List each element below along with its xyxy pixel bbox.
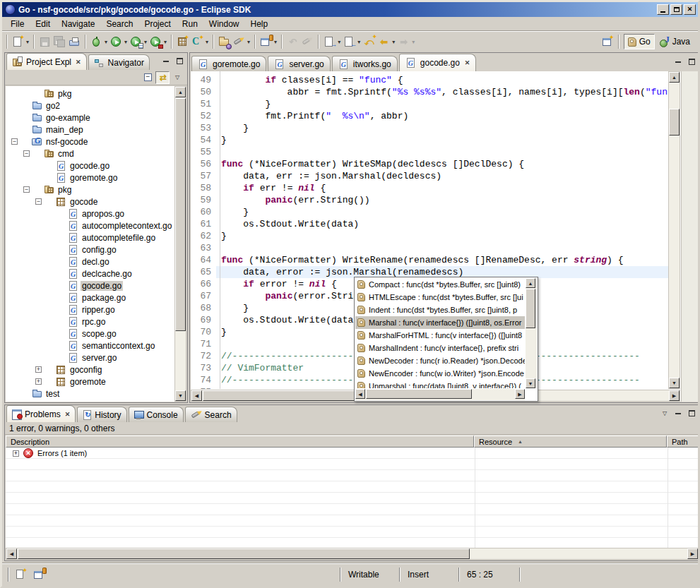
scroll-thumb[interactable] (526, 289, 535, 328)
scroll-down-button[interactable]: ▼ (526, 378, 535, 388)
scroll-left-button[interactable]: ◀ (191, 390, 202, 401)
tree-item-pkg[interactable]: −pkg (6, 184, 175, 196)
tree-item-gocode[interactable]: −gocode (6, 196, 175, 208)
code-line[interactable]: 63 (191, 242, 668, 254)
open-artifact-button[interactable] (217, 34, 232, 49)
perspective-java-button[interactable]: Java (656, 34, 694, 49)
tree-item-ripper-go[interactable]: ripper.go (6, 304, 175, 316)
run-button[interactable] (109, 34, 124, 49)
menu-run[interactable]: Run (177, 18, 203, 30)
scroll-right-button[interactable]: ▶ (687, 548, 698, 559)
tree-item-semanticcontext-go[interactable]: semanticcontext.go (6, 340, 175, 352)
run-history-dropdown[interactable]: ▾ (144, 39, 147, 45)
code-line[interactable]: 49 if classes[i] == "func" { (191, 74, 668, 86)
expand-icon[interactable]: + (13, 450, 19, 457)
launch-config-icon[interactable] (33, 569, 45, 581)
scroll-up-button[interactable]: ▲ (175, 87, 186, 97)
code-line[interactable]: 60 } (191, 206, 668, 218)
external-tools-dropdown[interactable]: ▾ (164, 39, 167, 45)
menu-edit[interactable]: Edit (30, 18, 56, 30)
close-button[interactable]: ✕ (684, 4, 696, 15)
scroll-left-button[interactable]: ◀ (6, 548, 17, 559)
tab-navigator[interactable]: Navigator (88, 54, 150, 70)
tree-item-server-go[interactable]: server.go (6, 352, 175, 364)
external-tools-button[interactable] (148, 34, 163, 49)
editor-tab-itworks.go[interactable]: itworks.go (332, 56, 398, 71)
tree-item-main_dep[interactable]: main_dep (6, 124, 175, 136)
scroll-up-button[interactable]: ▲ (669, 72, 680, 83)
minimize-editor-button[interactable] (672, 56, 684, 66)
tree-item-go-example[interactable]: go-example (6, 112, 175, 124)
tree-item-declcache-go[interactable]: declcache.go (6, 268, 175, 280)
last-edit-location-button[interactable]: ⤺✦ (362, 34, 376, 49)
expander-icon[interactable]: + (35, 378, 42, 385)
menu-search[interactable]: Search (100, 18, 138, 30)
editor-tab-gocode.go[interactable]: gocode.go✕ (399, 54, 477, 71)
tree-item-pkg[interactable]: pkg (6, 88, 175, 100)
tree-item-apropos-go[interactable]: apropos.go (6, 208, 175, 220)
tree-item-go2[interactable]: go2 (6, 100, 175, 112)
breadcrumb-button[interactable] (259, 34, 273, 49)
completion-item[interactable]: NewDecoder : func(r io.Reader) *json.Dec… (355, 354, 525, 367)
completion-item[interactable]: Indent : func(dst *bytes.Buffer, src []u… (355, 304, 525, 316)
link-with-editor-button[interactable]: ⇄ (155, 71, 170, 84)
view-menu-button[interactable]: ▽ (659, 408, 670, 418)
scroll-up-button[interactable]: ▲ (526, 278, 535, 288)
fast-view-icon[interactable]: ✦ (15, 569, 27, 581)
forward-button[interactable]: ➡ (396, 34, 411, 49)
code-line[interactable]: 64func (*NiceFormatter) WriteRename(rena… (191, 254, 668, 266)
completion-item[interactable]: MarshalForHTML : func(v interface{}) ([]… (355, 329, 525, 342)
code-line[interactable]: 54} (191, 134, 668, 146)
new-go-element-dropdown[interactable]: ▾ (206, 39, 208, 45)
scroll-thumb[interactable] (669, 109, 680, 136)
expander-icon[interactable]: − (23, 150, 30, 157)
maximize-editor-button[interactable] (686, 56, 697, 66)
tree-item-nsf-gocode[interactable]: −nsf-gocode (6, 136, 175, 148)
open-perspective-button[interactable]: ✦ (600, 34, 615, 49)
next-annotation-button[interactable]: → (322, 34, 337, 49)
editor-tab-server.go[interactable]: server.go (268, 56, 330, 71)
tree-item-test[interactable]: test (6, 388, 175, 400)
problems-horizontal-scrollbar[interactable]: ◀ ▶ (6, 548, 699, 560)
undo-button[interactable]: ↶ (285, 34, 300, 49)
tree-item-goconfig[interactable]: +goconfig (6, 364, 175, 376)
previous-annotation-button[interactable]: ← (342, 34, 357, 49)
tree-item-gocode-go[interactable]: gocode.go (6, 280, 175, 292)
code-line[interactable]: 57 data, err := json.Marshal(decldescs) (191, 170, 668, 182)
column-header-path[interactable]: Path (667, 436, 699, 448)
scroll-down-button[interactable]: ▼ (669, 378, 680, 388)
new-go-package-button[interactable]: ✦ (175, 34, 190, 49)
save-all-button[interactable] (52, 34, 67, 49)
expander-icon[interactable]: + (35, 366, 42, 373)
tree-item-autocompletecontext-go[interactable]: autocompletecontext.go (6, 220, 175, 232)
maximize-view-button[interactable] (174, 56, 185, 66)
code-line[interactable]: 52 fmt.Printf(" %s\n", abbr) (191, 110, 668, 122)
minimize-button[interactable] (657, 4, 669, 15)
close-tab-icon[interactable]: ✕ (465, 59, 470, 66)
title-bar[interactable]: Go - nsf-gocode/src/pkg/gocode/gocode.go… (2, 2, 698, 17)
code-line[interactable]: 51 } (191, 98, 668, 110)
tree-item-config-go[interactable]: config.go (6, 244, 175, 256)
previous-annotation-dropdown[interactable]: ▾ (357, 39, 360, 45)
save-button[interactable] (37, 34, 52, 49)
back-dropdown[interactable]: ▾ (392, 39, 395, 45)
tree-item-goremote-go[interactable]: goremote.go (6, 172, 175, 184)
scroll-thumb[interactable] (366, 389, 472, 399)
search-dropdown[interactable]: ▾ (247, 39, 250, 45)
tab-history[interactable]: History (77, 407, 126, 422)
expander-icon[interactable]: − (23, 186, 30, 193)
new-wizard-button[interactable]: ✦ (11, 34, 25, 49)
tab-search[interactable]: Search (185, 407, 237, 422)
code-line[interactable]: 50 abbr = fmt.Sprintf("%s %s%s", classes… (191, 86, 668, 98)
expander-icon[interactable]: − (11, 138, 18, 145)
minimize-view-button[interactable] (672, 408, 684, 418)
code-line[interactable]: 53 } (191, 122, 668, 134)
collapse-all-button[interactable] (141, 71, 155, 84)
scroll-thumb[interactable] (18, 548, 470, 559)
debug-dropdown[interactable]: ▾ (105, 39, 107, 45)
format-button[interactable] (300, 34, 315, 49)
completion-item[interactable]: HTMLEscape : func(dst *bytes.Buffer, src… (355, 291, 525, 304)
minimize-view-button[interactable] (160, 56, 172, 66)
scroll-left-button[interactable]: ◀ (355, 389, 365, 399)
perspective-go-button[interactable]: Go (624, 34, 655, 49)
